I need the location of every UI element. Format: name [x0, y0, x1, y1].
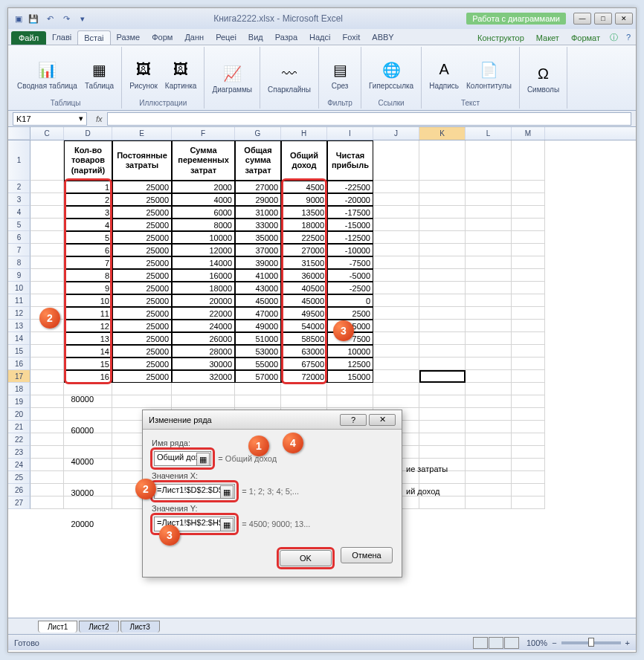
cell[interactable]: 41000: [235, 269, 281, 282]
cell[interactable]: [30, 219, 64, 231]
ctx-tab[interactable]: Формат: [565, 31, 606, 45]
cell[interactable]: [466, 307, 512, 320]
cell[interactable]: 3: [64, 206, 112, 219]
maximize-button[interactable]: □: [594, 13, 612, 25]
cell[interactable]: [512, 332, 545, 345]
cell[interactable]: [112, 395, 172, 408]
cell[interactable]: [419, 219, 466, 231]
cell[interactable]: Сумма переменных затрат: [172, 140, 235, 181]
cell[interactable]: [373, 244, 419, 256]
row-header-7[interactable]: 7: [8, 244, 30, 256]
cell[interactable]: [373, 294, 419, 307]
cell[interactable]: 16: [64, 370, 112, 383]
save-icon[interactable]: 💾: [26, 11, 41, 26]
cell[interactable]: 8: [64, 269, 112, 282]
cell[interactable]: 4: [64, 219, 112, 231]
qat-more-icon[interactable]: ▾: [75, 11, 90, 26]
cell[interactable]: [30, 383, 64, 395]
cell[interactable]: [512, 395, 545, 408]
row-header-16[interactable]: 16: [8, 358, 30, 370]
cell[interactable]: [419, 358, 466, 370]
cell[interactable]: [373, 307, 419, 320]
cell[interactable]: [512, 433, 545, 446]
cell[interactable]: -20000: [327, 193, 373, 206]
row-header-8[interactable]: 8: [8, 256, 30, 269]
ribbon-Картинка[interactable]: 🖼Картинка: [162, 56, 200, 91]
x-values-input[interactable]: =Лист1!$D$2:$D$17▦: [154, 484, 235, 499]
cell[interactable]: [30, 256, 64, 269]
cell[interactable]: 18000: [172, 282, 235, 294]
page-break-view-button[interactable]: [504, 637, 519, 649]
tab-3[interactable]: Форм: [146, 30, 178, 45]
cell[interactable]: 28000: [172, 345, 235, 358]
row-header-6[interactable]: 6: [8, 231, 30, 244]
cell[interactable]: 12000: [172, 244, 235, 256]
col-header-M[interactable]: M: [512, 127, 545, 140]
cell[interactable]: 22000: [172, 307, 235, 320]
dialog-close-button[interactable]: ✕: [369, 414, 396, 426]
cell[interactable]: [30, 484, 64, 496]
row-header-17[interactable]: 17: [8, 370, 30, 383]
cell[interactable]: -2500: [327, 282, 373, 294]
cell[interactable]: [466, 446, 512, 459]
row-header-9[interactable]: 9: [8, 269, 30, 282]
cell[interactable]: 37000: [235, 244, 281, 256]
row-header-22[interactable]: 22: [8, 433, 30, 446]
cell[interactable]: 39000: [235, 256, 281, 269]
cell[interactable]: [64, 496, 112, 509]
cell[interactable]: -5000: [327, 269, 373, 282]
cell[interactable]: [419, 320, 466, 332]
minimize-button[interactable]: —: [573, 13, 591, 25]
cell[interactable]: [419, 383, 466, 395]
cell[interactable]: [512, 219, 545, 231]
cell[interactable]: [512, 383, 545, 395]
cell[interactable]: 63000: [281, 345, 327, 358]
cell[interactable]: [419, 446, 466, 459]
cell[interactable]: [373, 358, 419, 370]
tab-1[interactable]: Встаі: [77, 30, 110, 45]
row-header-18[interactable]: 18: [8, 383, 30, 395]
cell[interactable]: [466, 294, 512, 307]
cell[interactable]: 10000: [327, 345, 373, 358]
cell[interactable]: [30, 370, 64, 383]
col-header-G[interactable]: G: [235, 127, 281, 140]
cell[interactable]: 2000: [172, 181, 235, 193]
cell[interactable]: 47000: [235, 307, 281, 320]
ribbon-Диаграммы[interactable]: 📈Диаграммы: [209, 60, 255, 95]
cell[interactable]: 25000: [112, 269, 172, 282]
select-all-corner[interactable]: [8, 127, 30, 140]
row-header-12[interactable]: 12: [8, 307, 30, 320]
cell[interactable]: 25000: [112, 282, 172, 294]
undo-icon[interactable]: ↶: [42, 11, 57, 26]
cell[interactable]: 25000: [112, 256, 172, 269]
cancel-button[interactable]: Отмена: [341, 547, 393, 563]
cell[interactable]: [512, 307, 545, 320]
cell[interactable]: [466, 140, 512, 181]
cell[interactable]: [512, 140, 545, 181]
tab-0[interactable]: Главі: [46, 30, 77, 45]
page-layout-view-button[interactable]: [489, 637, 503, 649]
cell[interactable]: [419, 256, 466, 269]
cell[interactable]: [466, 219, 512, 231]
cell[interactable]: 14: [64, 345, 112, 358]
row-header-15[interactable]: 15: [8, 345, 30, 358]
col-header-D[interactable]: D: [64, 127, 112, 140]
cell[interactable]: 25000: [112, 181, 172, 193]
cell[interactable]: [466, 395, 512, 408]
cell[interactable]: [466, 282, 512, 294]
cell[interactable]: 2500: [327, 307, 373, 320]
cell[interactable]: [30, 421, 64, 433]
help-icon[interactable]: ?: [621, 30, 636, 45]
cell[interactable]: 27000: [235, 181, 281, 193]
formula-bar[interactable]: [107, 112, 631, 126]
cell[interactable]: 9000: [281, 193, 327, 206]
cell[interactable]: 51000: [235, 332, 281, 345]
cell[interactable]: 20000: [172, 294, 235, 307]
cell[interactable]: -10000: [327, 244, 373, 256]
row-header-4[interactable]: 4: [8, 206, 30, 219]
cell[interactable]: 9: [64, 282, 112, 294]
cell[interactable]: 2: [64, 193, 112, 206]
cell[interactable]: [419, 282, 466, 294]
cell[interactable]: [419, 140, 466, 181]
cell[interactable]: [466, 471, 512, 484]
